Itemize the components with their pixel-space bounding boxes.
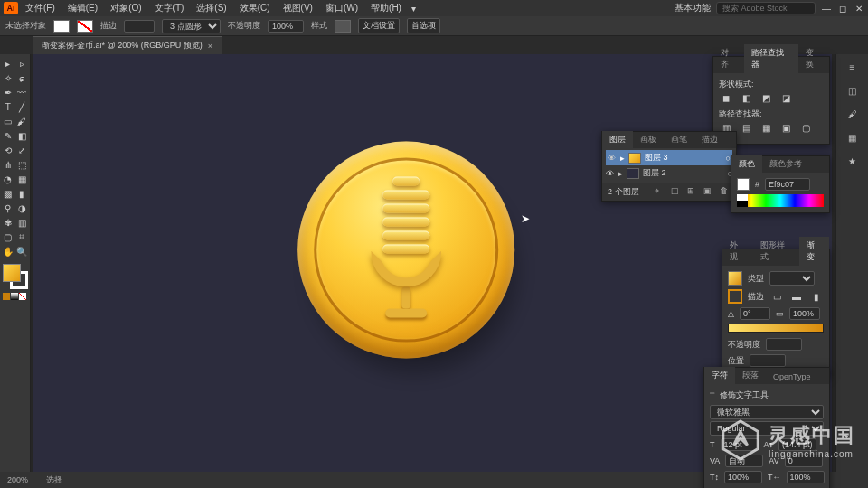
opacity-input[interactable]: [268, 20, 304, 33]
curvature-tool[interactable]: 〰: [15, 85, 30, 99]
eyedropper-tool[interactable]: ⚲: [1, 201, 15, 215]
minus-front-icon[interactable]: ◧: [739, 90, 753, 105]
direct-selection-tool[interactable]: ▹: [15, 56, 30, 70]
menu-help[interactable]: 帮助(H): [365, 0, 407, 16]
locate-icon[interactable]: ⌖: [655, 186, 665, 197]
magic-wand-tool[interactable]: ✧: [1, 70, 15, 85]
unite-icon[interactable]: ◼: [719, 90, 733, 105]
make-clip-icon[interactable]: ◫: [671, 186, 682, 197]
trim-icon[interactable]: ▤: [739, 120, 753, 135]
intersect-icon[interactable]: ◩: [759, 90, 773, 105]
gradient-angle-input[interactable]: [740, 307, 770, 320]
new-sublayer-icon[interactable]: ⊞: [687, 186, 698, 197]
brushes-panel-icon[interactable]: 🖌: [845, 107, 860, 121]
stroke-within-icon[interactable]: ▭: [769, 289, 784, 304]
layer-name[interactable]: 图层 3: [645, 152, 668, 164]
tab-close-icon[interactable]: ×: [208, 42, 212, 51]
swatches-panel-icon[interactable]: ▦: [845, 130, 860, 145]
gradient-aspect-input[interactable]: [789, 307, 820, 320]
fill-swatch[interactable]: [53, 20, 70, 33]
tab-layers[interactable]: 图层: [602, 131, 633, 148]
exclude-icon[interactable]: ◪: [778, 90, 793, 105]
tab-paragraph[interactable]: 段落: [735, 367, 766, 384]
zoom-tool[interactable]: 🔍: [15, 244, 30, 258]
symbol-sprayer-tool[interactable]: ✾: [1, 215, 15, 230]
tab-color-guide[interactable]: 颜色参考: [762, 155, 809, 173]
color-spectrum[interactable]: [737, 194, 824, 207]
hscale-input[interactable]: [787, 471, 825, 483]
window-close-icon[interactable]: ✕: [854, 3, 864, 14]
fill-color-icon[interactable]: [3, 264, 21, 282]
tab-pathfinder[interactable]: 路径查找器: [744, 44, 798, 73]
stroke-weight-input[interactable]: [124, 20, 155, 33]
stroke-across-icon[interactable]: ▮: [809, 289, 824, 304]
eraser-tool[interactable]: ◧: [15, 128, 30, 143]
new-layer-icon[interactable]: ▣: [703, 186, 714, 197]
perspective-tool[interactable]: ▦: [15, 172, 30, 186]
font-family-select[interactable]: 微软雅黑: [710, 405, 824, 419]
layer-row[interactable]: 👁 ▸ 图层 2 ○: [606, 165, 732, 181]
grad-opacity-input[interactable]: [766, 338, 802, 351]
hex-input[interactable]: [765, 178, 810, 191]
color-mode-none[interactable]: [19, 293, 26, 300]
grad-position-input[interactable]: [750, 354, 786, 367]
merge-icon[interactable]: ▦: [759, 120, 773, 135]
mesh-tool[interactable]: ▩: [1, 186, 15, 201]
scale-tool[interactable]: ⤢: [15, 143, 30, 157]
symbols-panel-icon[interactable]: ★: [845, 154, 860, 168]
vscale-input[interactable]: [724, 471, 762, 483]
stroke-swatch[interactable]: [77, 20, 93, 33]
zoom-level[interactable]: 200%: [7, 475, 28, 484]
blend-tool[interactable]: ◑: [15, 201, 30, 215]
slice-tool[interactable]: ⌗: [15, 230, 30, 244]
layer-name[interactable]: 图层 2: [643, 167, 666, 179]
visibility-icon[interactable]: 👁: [606, 169, 615, 178]
line-tool[interactable]: ╱: [15, 99, 30, 114]
column-graph-tool[interactable]: ▥: [15, 215, 30, 230]
selection-tool[interactable]: ▸: [1, 56, 15, 70]
tab-opentype[interactable]: OpenType: [766, 370, 818, 384]
color-mode-solid[interactable]: [3, 293, 10, 300]
tab-artboards[interactable]: 画板: [633, 131, 664, 148]
menu-select[interactable]: 选择(S): [191, 0, 231, 16]
color-fill-swatch[interactable]: [737, 178, 750, 191]
hand-tool[interactable]: ✋: [1, 244, 15, 258]
paintbrush-tool[interactable]: 🖌: [15, 114, 30, 128]
libraries-panel-icon[interactable]: ◫: [845, 83, 860, 98]
window-restore-icon[interactable]: ◻: [837, 3, 848, 14]
delete-layer-icon[interactable]: 🗑: [720, 186, 731, 197]
properties-panel-icon[interactable]: ≡: [845, 60, 860, 74]
layer-row[interactable]: 👁 ▸ 图层 3 ○: [606, 150, 732, 165]
shaper-tool[interactable]: ✎: [1, 128, 15, 143]
rotate-tool[interactable]: ⟲: [1, 143, 15, 157]
gradient-slider[interactable]: [728, 324, 824, 333]
gradient-type-select[interactable]: [769, 271, 815, 286]
stroke-along-icon[interactable]: ▬: [789, 289, 804, 304]
tab-brushes[interactable]: 画笔: [664, 131, 694, 148]
expand-icon[interactable]: ▸: [620, 154, 625, 163]
menu-object[interactable]: 对象(O): [105, 0, 146, 16]
tab-color[interactable]: 颜色: [731, 155, 762, 173]
visibility-icon[interactable]: 👁: [608, 154, 617, 163]
window-minimize-icon[interactable]: —: [821, 3, 832, 14]
touch-type-icon[interactable]: ⌶: [710, 391, 714, 400]
stock-search-input[interactable]: [716, 2, 816, 14]
color-mode-gradient[interactable]: [11, 293, 18, 300]
tab-graphic-styles[interactable]: 图形样式: [753, 237, 799, 266]
fill-stroke-control[interactable]: [1, 264, 28, 291]
type-tool[interactable]: T: [1, 99, 15, 114]
gradient-stroke-swatch[interactable]: [728, 289, 742, 304]
tab-appearance[interactable]: 外观: [722, 237, 753, 266]
tab-align[interactable]: 对齐: [713, 44, 744, 73]
preferences-button[interactable]: 首选项: [407, 18, 440, 33]
tab-character[interactable]: 字符: [704, 367, 735, 384]
gradient-tool[interactable]: ▮: [15, 186, 30, 201]
gradient-swatch[interactable]: [728, 271, 742, 286]
crop-icon[interactable]: ▣: [778, 120, 793, 135]
document-tab[interactable]: 渐变案例-金币.ai* @ 200% (RGB/GPU 预览) ×: [33, 36, 222, 54]
style-swatch[interactable]: [335, 20, 351, 33]
shape-builder-tool[interactable]: ◔: [1, 172, 15, 186]
expand-icon[interactable]: ▸: [618, 169, 623, 178]
workspace-switcher[interactable]: 基本功能: [675, 2, 711, 14]
menu-effect[interactable]: 效果(C): [234, 0, 276, 16]
